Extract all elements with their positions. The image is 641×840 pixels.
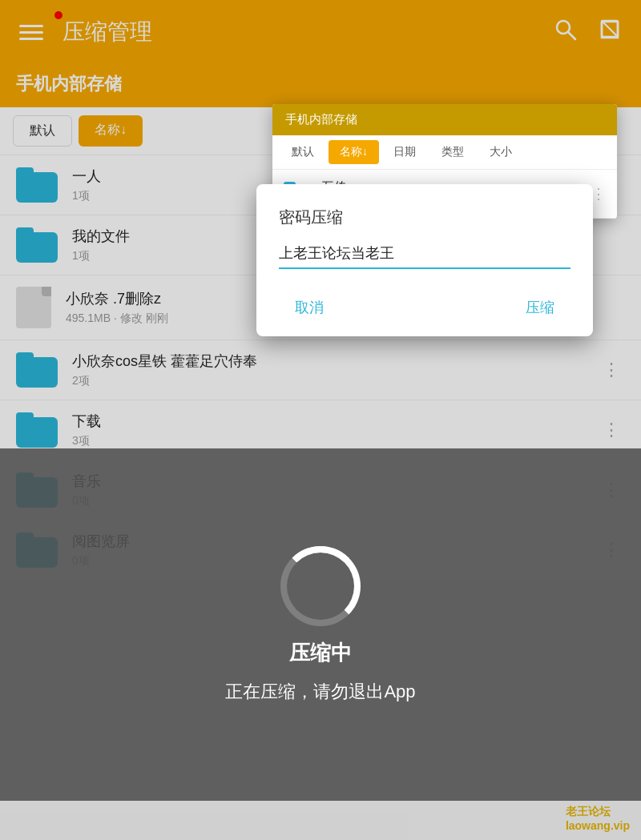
sp-tab-name[interactable]: 名称↓ [329,140,379,164]
watermark-line2: laowang.vip [566,819,630,832]
loading-spinner [280,546,361,626]
sp-tab-default[interactable]: 默认 [280,140,325,164]
loading-overlay: 压缩中 正在压缩，请勿退出App [0,448,641,801]
password-input[interactable] [279,244,570,269]
sp-tab-date[interactable]: 日期 [382,140,427,164]
sp-tab-type[interactable]: 类型 [430,140,475,164]
watermark-line1: 老王论坛 [566,805,630,819]
sp-more-icon[interactable]: ⋮ [591,185,606,203]
watermark: 老王论坛 laowang.vip [566,805,630,832]
compress-button[interactable]: 压缩 [510,291,570,324]
dialog-title: 密码压缩 [279,207,570,228]
secondary-panel-header: 手机内部存储 [272,104,617,135]
cancel-button[interactable]: 取消 [279,291,340,324]
loading-subtext: 正在压缩，请勿退出App [225,680,415,704]
secondary-panel-tabs: 默认 名称↓ 日期 类型 大小 [272,135,617,170]
password-dialog: 密码压缩 取消 压缩 [256,184,593,336]
loading-text: 压缩中 [289,639,352,667]
dialog-buttons: 取消 压缩 [279,291,570,336]
sp-tab-size[interactable]: 大小 [478,140,523,164]
